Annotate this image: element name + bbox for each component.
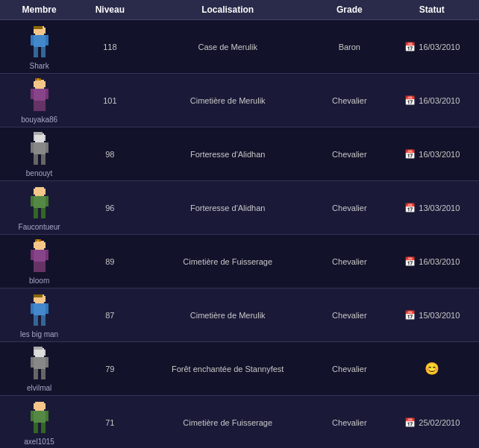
level-cell: 101 [78,74,141,127]
svg-rect-37 [44,242,46,248]
svg-rect-59 [34,369,38,379]
table-row: bloom89Cimetière de FuisserageChevalier📅… [0,235,479,288]
grade-cell: Chevalier [314,342,385,396]
svg-rect-24 [34,154,38,165]
svg-rect-17 [37,78,39,81]
table-header-row: Membre Niveau Localisation Grade Statut [0,0,479,20]
svg-rect-9 [35,80,44,89]
svg-rect-5 [46,35,48,45]
status-cell: 📅13/03/2010 [385,181,479,235]
guild-members-table: Membre Niveau Localisation Grade Statut … [0,0,479,448]
svg-rect-11 [44,81,46,87]
status-cell: 📅16/03/2010 [385,74,479,127]
location-cell: Forteresse d'Alidhan [141,181,314,235]
svg-rect-62 [35,402,44,411]
level-cell: 98 [78,127,141,181]
svg-rect-47 [34,303,46,315]
location-cell: Forteresse d'Alidhan [141,127,314,181]
table-row: bouyaka86101Cimetière de MerulikChevalie… [0,74,479,127]
table-row: elvilmal79Forêt enchantée de StannyfestC… [0,342,479,396]
status-date: 13/03/2010 [419,204,460,212]
svg-rect-33 [34,208,38,218]
svg-rect-15 [34,101,46,111]
svg-rect-52 [34,294,43,297]
svg-rect-56 [34,357,46,369]
svg-rect-40 [46,250,48,260]
table-row: Faucontueur96Forteresse d'AlidhanChevali… [0,181,479,235]
svg-rect-13 [31,89,34,99]
svg-rect-48 [31,303,34,314]
svg-rect-10 [34,81,35,87]
table-row: les big man87Cimetière de MerulikChevali… [0,288,479,342]
status-cell: 📅16/03/2010 [385,20,479,74]
svg-rect-29 [44,189,46,195]
level-cell: 87 [78,288,141,342]
svg-rect-38 [34,250,46,262]
member-name: bouyaka86 [21,116,57,124]
member-cell: elvilmal [0,342,78,396]
svg-rect-6 [34,47,38,57]
calendar-icon: 📅 [404,256,416,268]
table-row: Shark118Case de MerulikBaron📅16/03/2010 [0,20,479,74]
svg-rect-27 [35,187,44,196]
svg-rect-54 [34,350,35,356]
member-name: elvilmal [27,384,51,392]
status-cell: 📅16/03/2010 [385,127,479,181]
member-cell: Faucontueur [0,181,78,235]
grade-cell: Chevalier [314,127,385,181]
avatar [25,291,54,329]
calendar-icon: 📅 [404,148,416,160]
svg-rect-46 [44,296,46,302]
status-date: 16/03/2010 [419,96,460,105]
level-cell: 79 [78,342,141,396]
col-header-statut: Statut [385,0,479,20]
grade-cell: Chevalier [314,396,385,449]
table-row: axel101571Cimetière de FuisserageChevali… [0,396,479,449]
member-cell: les big man [0,288,78,342]
grade-cell: Chevalier [314,181,385,235]
location-cell: Case de Merulik [141,20,314,74]
status-cell: 📅15/03/2010 [385,288,479,342]
level-cell: 89 [78,235,141,288]
svg-rect-20 [44,135,46,141]
svg-rect-65 [34,411,46,423]
avatar [25,399,54,436]
avatar [25,77,54,114]
svg-rect-63 [34,403,35,409]
member-cell: benouyt [0,127,78,181]
location-cell: Cimetière de Fuisserage [141,396,314,449]
svg-rect-3 [34,35,46,47]
level-cell: 96 [78,181,141,235]
svg-rect-67 [46,411,48,421]
member-name: Faucontueur [19,223,60,231]
avatar [25,130,54,168]
table-row: benouyt98Forteresse d'AlidhanChevalier📅1… [0,127,479,181]
svg-rect-32 [46,196,48,206]
svg-rect-69 [41,423,46,433]
member-name: les big man [20,330,58,338]
svg-rect-35 [35,241,44,250]
svg-rect-21 [34,142,46,154]
status-date: 16/03/2010 [419,257,460,266]
svg-rect-28 [34,189,35,195]
calendar-icon: 📅 [404,309,416,321]
svg-rect-30 [34,196,46,208]
svg-rect-61 [34,347,43,350]
svg-rect-39 [31,250,34,260]
svg-rect-41 [34,262,46,272]
col-header-localisation: Localisation [141,0,314,20]
calendar-icon: 📅 [404,95,416,107]
level-cell: 118 [78,20,141,74]
col-header-grade: Grade [314,0,385,20]
svg-rect-57 [31,357,34,367]
svg-rect-50 [34,315,38,326]
svg-rect-66 [31,411,34,421]
member-cell: bloom [0,235,78,288]
status-date: 16/03/2010 [419,42,460,51]
status-date: 16/03/2010 [419,150,460,159]
avatar [25,238,54,275]
svg-rect-22 [31,142,34,153]
svg-rect-58 [46,357,48,367]
calendar-icon: 📅 [404,41,416,53]
status-date: 25/02/2010 [419,418,460,427]
